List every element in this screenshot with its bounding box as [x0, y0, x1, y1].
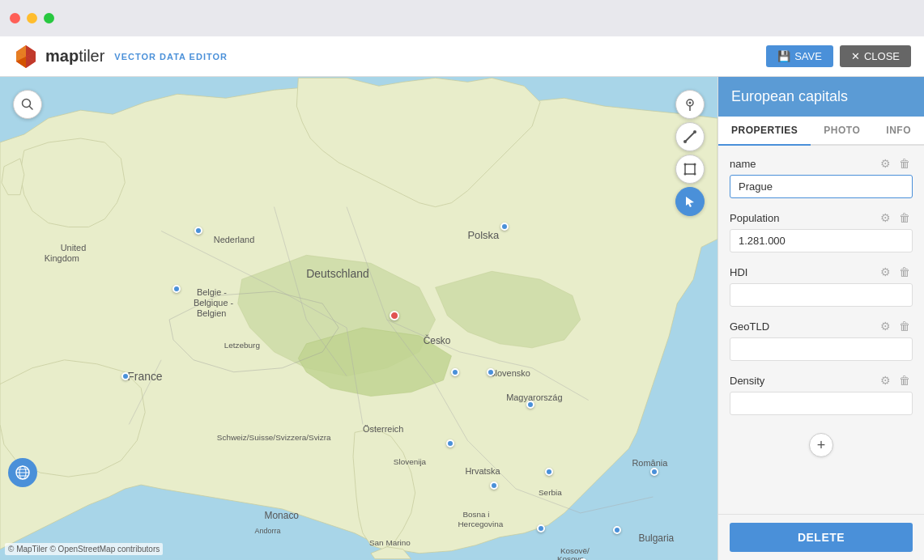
field-geotld-delete-button[interactable]: 🗑 [896, 318, 913, 334]
tab-photo[interactable]: PHOTO [811, 117, 873, 146]
main-content: United Kingdom Nederland Belgie - Belgiq… [0, 77, 924, 560]
field-population-label-row: Population ⚙ 🗑 [730, 210, 913, 226]
field-geotld: GeoTLD ⚙ 🗑 [730, 318, 913, 361]
minimize-dot[interactable] [27, 13, 37, 23]
marker-vienna[interactable] [451, 368, 459, 376]
marker-budapest[interactable] [526, 401, 534, 409]
marker-amsterdam[interactable] [194, 227, 202, 235]
map-container[interactable]: United Kingdom Nederland Belgie - Belgiq… [0, 77, 717, 560]
svg-text:Hrvatska: Hrvatska [465, 466, 500, 476]
svg-point-58 [683, 140, 687, 143]
marker-sofia[interactable] [613, 526, 621, 534]
svg-text:Letzeburg: Letzeburg [224, 341, 260, 350]
svg-point-59 [693, 130, 696, 134]
polygon-tool-button[interactable] [675, 155, 705, 184]
save-button[interactable]: 💾 SAVE [766, 45, 833, 67]
svg-text:Belgien: Belgien [197, 308, 227, 318]
field-hdi-label-row: HDI ⚙ 🗑 [730, 264, 913, 280]
marker-prague[interactable] [390, 311, 399, 320]
svg-text:United: United [61, 243, 87, 252]
svg-text:Magyarország: Magyarország [506, 392, 562, 402]
right-panel: European capitals PROPERTIES PHOTO INFO … [717, 77, 924, 560]
field-name-actions: ⚙ 🗑 [877, 155, 913, 172]
svg-text:Österreich: Österreich [363, 424, 403, 434]
field-density-label: Density [730, 375, 764, 387]
field-density-settings-button[interactable]: ⚙ [877, 372, 893, 388]
line-icon [683, 130, 696, 143]
svg-point-56 [689, 102, 692, 104]
svg-point-62 [694, 163, 696, 166]
close-x-icon: ✕ [851, 50, 860, 62]
field-name-settings-button[interactable]: ⚙ [877, 155, 893, 172]
marker-paris[interactable] [121, 372, 130, 380]
field-population-input[interactable] [730, 229, 913, 252]
add-field-button[interactable]: + [809, 433, 833, 457]
cursor-icon [683, 195, 696, 208]
marker-warsaw[interactable] [500, 223, 509, 231]
field-geotld-input[interactable] [730, 337, 913, 361]
delete-button[interactable]: DELETE [730, 523, 913, 552]
field-name: name ⚙ 🗑 [730, 155, 913, 198]
field-density-input[interactable] [730, 392, 913, 415]
svg-line-57 [685, 132, 695, 142]
field-population-settings-button[interactable]: ⚙ [877, 210, 893, 226]
svg-text:Slovensko: Slovensko [489, 368, 530, 378]
field-geotld-settings-button[interactable]: ⚙ [877, 318, 893, 334]
svg-text:Kingdom: Kingdom [45, 253, 79, 263]
pin-tool-button[interactable] [675, 90, 705, 119]
svg-text:Monaco: Monaco [265, 510, 300, 521]
tab-info[interactable]: INFO [873, 117, 924, 146]
save-icon: 💾 [777, 50, 790, 62]
marker-brussels[interactable] [172, 285, 181, 293]
field-hdi-actions: ⚙ 🗑 [877, 264, 913, 280]
marker-belgrade[interactable] [545, 468, 553, 476]
cursor-tool-button[interactable] [675, 187, 705, 216]
field-name-delete-button[interactable]: 🗑 [896, 155, 913, 172]
header-logo-area: maptiler VECTOR DATA EDITOR [13, 44, 228, 70]
close-label: CLOSE [864, 50, 900, 62]
field-density-actions: ⚙ 🗑 [877, 372, 913, 388]
svg-text:Deutschland: Deutschland [306, 267, 368, 280]
panel-title: European capitals [718, 77, 924, 117]
svg-text:Belgique -: Belgique - [194, 298, 234, 308]
svg-text:România: România [632, 458, 668, 468]
marker-tirana[interactable] [537, 524, 545, 532]
marker-sarajevo[interactable] [490, 482, 498, 490]
app-subtitle: VECTOR DATA EDITOR [114, 52, 228, 62]
svg-text:Nederland: Nederland [214, 235, 254, 244]
svg-point-64 [684, 173, 687, 176]
field-hdi-delete-button[interactable]: 🗑 [896, 264, 913, 280]
marker-bucharest[interactable] [650, 468, 658, 476]
map-tools [675, 90, 705, 216]
globe-button[interactable] [8, 458, 37, 487]
field-hdi-input[interactable] [730, 283, 913, 307]
field-population-delete-button[interactable]: 🗑 [896, 210, 913, 226]
field-geotld-label-row: GeoTLD ⚙ 🗑 [730, 318, 913, 334]
field-density-delete-button[interactable]: 🗑 [896, 372, 913, 388]
map-search-button[interactable] [13, 90, 42, 119]
marker-zagreb[interactable] [446, 439, 454, 448]
field-density-label-row: Density ⚙ 🗑 [730, 372, 913, 388]
svg-line-54 [30, 107, 33, 110]
field-name-input[interactable] [730, 175, 913, 198]
tab-properties[interactable]: PROPERTIES [718, 117, 811, 146]
header-actions: 💾 SAVE ✕ CLOSE [766, 45, 911, 67]
svg-text:Belgie -: Belgie - [197, 287, 227, 297]
maptiler-logo-icon [13, 44, 39, 70]
titlebar [0, 0, 924, 36]
field-population-label: Population [730, 212, 779, 224]
svg-text:Česko: Česko [424, 334, 451, 346]
field-hdi-settings-button[interactable]: ⚙ [877, 264, 893, 280]
panel-footer: DELETE [718, 514, 924, 560]
svg-text:Hercegovina: Hercegovina [458, 520, 503, 528]
maximize-dot[interactable] [44, 13, 54, 23]
map-background: United Kingdom Nederland Belgie - Belgiq… [0, 77, 717, 560]
svg-text:Andorra: Andorra [255, 527, 281, 535]
svg-text:Schweiz/Suisse/Svizzera/Svizra: Schweiz/Suisse/Svizzera/Svizra [217, 433, 331, 442]
marker-bratislava[interactable] [487, 368, 495, 376]
close-dot[interactable] [10, 13, 20, 23]
close-button[interactable]: ✕ CLOSE [840, 45, 911, 67]
field-name-label: name [730, 158, 756, 170]
globe-icon [15, 465, 31, 481]
line-tool-button[interactable] [675, 122, 705, 151]
